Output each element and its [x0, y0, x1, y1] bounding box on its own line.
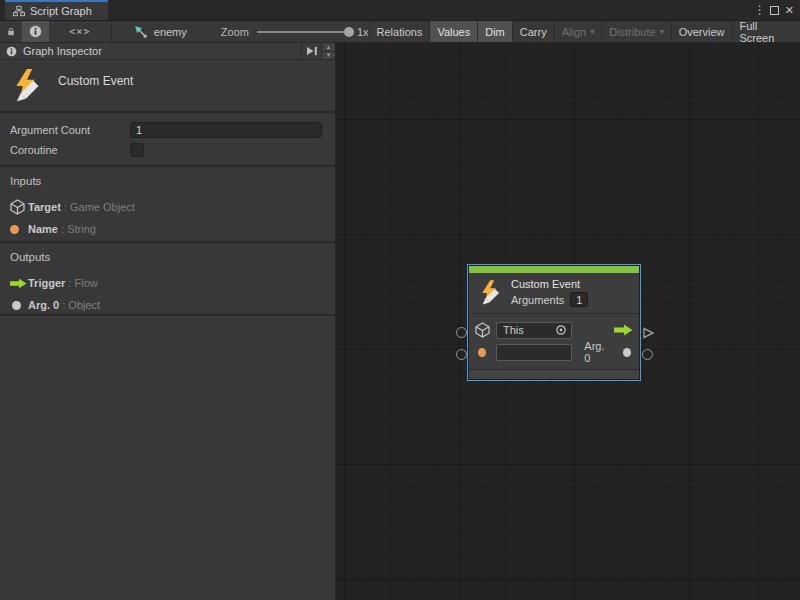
- graph-inspector-panel: Graph Inspector ▲ ▼ Cust: [0, 43, 336, 600]
- arg0-label: Arg. 0: [584, 340, 611, 364]
- code-view-button[interactable]: <×>: [49, 21, 111, 42]
- port-name: Arg. 0: [28, 299, 59, 311]
- string-port-icon: [478, 348, 486, 357]
- object-picker-icon[interactable]: [555, 324, 567, 336]
- maximize-icon[interactable]: [770, 6, 779, 15]
- overview-button[interactable]: Overview: [672, 21, 733, 42]
- zoom-slider-thumb[interactable]: [344, 27, 354, 37]
- target-object-dropdown[interactable]: This: [496, 322, 572, 339]
- chevron-down-icon: ▾: [660, 27, 664, 36]
- port-type: : Object: [59, 299, 100, 311]
- event-node-color-bar: [469, 266, 639, 273]
- inspector-header-tools: ▲ ▼: [301, 43, 335, 59]
- coroutine-row: Coroutine: [0, 140, 335, 160]
- scroll-down-button[interactable]: ▼: [322, 52, 335, 60]
- inspector-title: Graph Inspector: [23, 45, 295, 57]
- node-arguments-label: Arguments: [511, 294, 564, 306]
- port-name: Trigger: [28, 277, 65, 289]
- node-header[interactable]: Custom Event Arguments 1: [469, 273, 639, 313]
- zoom-value: 1x: [357, 26, 369, 38]
- flow-arrow-icon: [10, 278, 28, 289]
- graph-toolbar: <×> enemy Zoom 1x Relations Values Dim C…: [0, 21, 800, 43]
- coroutine-checkbox[interactable]: [130, 143, 144, 157]
- toolbar-divider: [111, 21, 112, 42]
- section-divider: [0, 314, 335, 316]
- toolbar-right-group: Relations Values Dim Carry Align▾ Distri…: [369, 21, 800, 42]
- node-arguments-value[interactable]: 1: [570, 292, 588, 307]
- unit-title-block: Custom Event: [0, 60, 335, 111]
- script-graph-window: Script Graph ⋮ ✕ <×>: [0, 0, 800, 600]
- zoom-label: Zoom: [221, 26, 249, 38]
- arg0-output-port-outer[interactable]: [642, 349, 653, 360]
- info-icon: [6, 46, 17, 57]
- trigger-flow-arrow-icon[interactable]: [614, 324, 633, 336]
- graph-breadcrumb[interactable]: enemy: [134, 21, 187, 42]
- unit-title: Custom Event: [58, 68, 133, 88]
- custom-event-node[interactable]: Custom Event Arguments 1: [467, 264, 641, 381]
- argument-count-row: Argument Count: [0, 120, 335, 140]
- port-type: : Flow: [65, 277, 97, 289]
- custom-event-icon: [479, 279, 503, 307]
- event-name-input[interactable]: [496, 344, 572, 361]
- port-type: : String: [58, 223, 96, 235]
- port-name: Name: [28, 223, 58, 235]
- unit-fields: Argument Count Coroutine: [0, 113, 335, 165]
- dock-right-icon: [306, 46, 318, 56]
- argument-count-label: Argument Count: [10, 124, 130, 136]
- zoom-slider[interactable]: [257, 31, 349, 33]
- port-row-arg0: Arg. 0 : Object: [10, 294, 325, 316]
- info-icon: [29, 25, 42, 38]
- relations-button[interactable]: Relations: [370, 21, 431, 42]
- inputs-heading: Inputs: [10, 175, 325, 187]
- lock-icon: [7, 25, 15, 38]
- argument-count-input[interactable]: [130, 122, 322, 138]
- graph-inspector-header: Graph Inspector ▲ ▼: [0, 43, 335, 60]
- distribute-dropdown-button[interactable]: Distribute▾: [602, 21, 671, 42]
- object-port-icon: [12, 301, 21, 310]
- zoom-control: Zoom 1x: [221, 21, 369, 42]
- coroutine-label: Coroutine: [10, 144, 130, 156]
- script-graph-icon: [13, 5, 25, 17]
- window-menu-icon[interactable]: ⋮: [754, 3, 764, 17]
- inspector-toggle-button[interactable]: [22, 21, 49, 42]
- port-row-trigger: Trigger : Flow: [10, 272, 325, 294]
- close-icon[interactable]: ✕: [785, 4, 794, 17]
- port-type: : Game Object: [61, 201, 135, 213]
- dim-button[interactable]: Dim: [478, 21, 513, 42]
- target-input-port[interactable]: [456, 327, 467, 338]
- carry-button[interactable]: Carry: [513, 21, 555, 42]
- target-object-value: This: [503, 324, 555, 336]
- game-object-cube-icon: [475, 322, 490, 338]
- tab-title: Script Graph: [30, 5, 92, 17]
- node-title: Custom Event: [511, 278, 588, 290]
- arg0-output-port[interactable]: [623, 348, 631, 357]
- port-row-name: Name : String: [10, 218, 325, 240]
- trigger-output-port[interactable]: [642, 327, 655, 339]
- custom-event-icon: [12, 68, 44, 104]
- values-button[interactable]: Values: [430, 21, 478, 42]
- node-footer: [469, 370, 639, 379]
- graph-asset-icon: [134, 25, 148, 39]
- outputs-section: Outputs Trigger : Flow Arg. 0 : Object: [0, 243, 335, 314]
- outputs-heading: Outputs: [10, 251, 325, 263]
- scroll-up-button[interactable]: ▲: [322, 43, 335, 52]
- panel-scroll-spinner: ▲ ▼: [321, 43, 335, 59]
- chevron-down-icon: ▾: [590, 27, 594, 36]
- node-body: This: [469, 314, 639, 369]
- align-dropdown-button[interactable]: Align▾: [555, 21, 602, 42]
- tab-bar: Script Graph ⋮ ✕: [0, 0, 800, 21]
- dock-panel-button[interactable]: [301, 43, 321, 59]
- graph-canvas[interactable]: Custom Event Arguments 1: [336, 43, 800, 600]
- lock-button[interactable]: [0, 21, 22, 42]
- game-object-cube-icon: [10, 199, 28, 215]
- fullscreen-button[interactable]: Full Screen: [733, 21, 800, 42]
- inputs-section: Inputs Target : Game Object Name : Strin…: [0, 167, 335, 241]
- graph-name-label: enemy: [154, 26, 187, 38]
- node-row-arg0: Arg. 0: [475, 341, 633, 363]
- port-row-target: Target : Game Object: [10, 196, 325, 218]
- window-controls: ⋮ ✕: [754, 0, 800, 20]
- string-port-icon: [10, 225, 19, 234]
- node-row-target: This: [475, 319, 633, 341]
- tab-script-graph[interactable]: Script Graph: [5, 0, 108, 20]
- name-input-port[interactable]: [456, 349, 467, 360]
